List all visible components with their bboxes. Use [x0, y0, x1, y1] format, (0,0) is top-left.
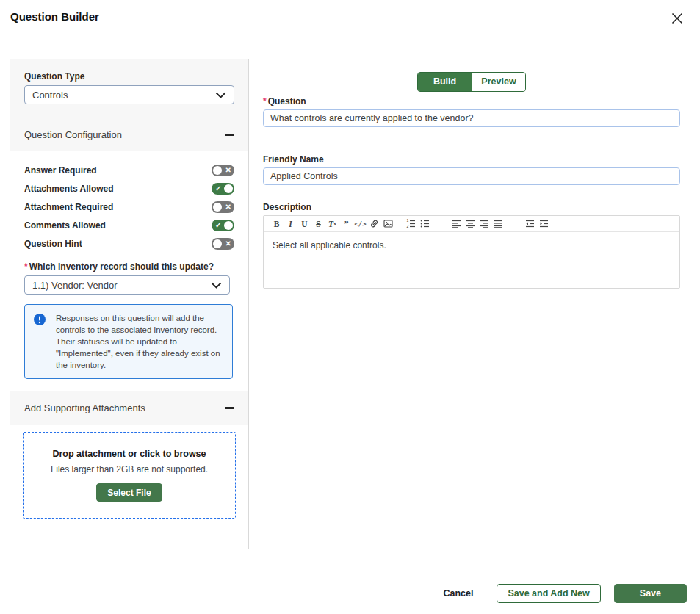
image-icon[interactable]	[381, 217, 395, 231]
align-left-icon[interactable]	[450, 217, 463, 231]
toggle-knob	[213, 203, 222, 212]
check-icon: ✓	[215, 184, 221, 194]
description-editor: B I U S Tx ” </> 12	[263, 215, 680, 289]
svg-text:2: 2	[407, 224, 409, 228]
add-supporting-attachments-title: Add Supporting Attachments	[24, 402, 145, 413]
info-note-text: Responses on this question will add the …	[56, 312, 223, 371]
required-asterisk: *	[263, 96, 267, 106]
x-icon: ✕	[225, 165, 231, 176]
add-supporting-attachments-header[interactable]: Add Supporting Attachments	[10, 391, 248, 425]
required-asterisk: *	[24, 261, 28, 272]
toggle-row: Attachments Allowed ✓ ✕	[24, 183, 234, 195]
panel-divider	[248, 59, 249, 549]
x-icon: ✕	[225, 239, 231, 249]
collapse-section-icon	[225, 407, 234, 409]
main-panel: Build Preview *Question Friendly Name De…	[263, 72, 680, 289]
info-box: Responses on this question will add the …	[24, 304, 233, 379]
question-label: *Question	[263, 96, 680, 106]
svg-text:1: 1	[407, 219, 409, 223]
attachments-allowed-toggle[interactable]: ✓ ✕	[212, 183, 234, 195]
toggle-knob	[224, 221, 233, 230]
italic-icon[interactable]: I	[284, 217, 297, 231]
x-icon: ✕	[225, 202, 231, 212]
code-icon[interactable]: </>	[353, 217, 367, 231]
strikethrough-icon[interactable]: S	[311, 217, 325, 231]
question-hint-toggle[interactable]: ✓ ✕	[212, 238, 234, 250]
close-icon	[671, 16, 684, 27]
attachment-required-label: Attachment Required	[24, 202, 113, 212]
attachments-allowed-label: Attachments Allowed	[24, 184, 114, 194]
comments-allowed-label: Comments Allowed	[24, 220, 106, 231]
question-type-value: Controls	[32, 90, 68, 101]
dropzone-subtitle: Files larger than 2GB are not supported.	[51, 464, 208, 474]
attachment-dropzone[interactable]: Drop attachment or click to browse Files…	[23, 432, 236, 519]
friendly-name-label: Friendly Name	[263, 154, 680, 165]
question-configuration-body: Answer Required ✓ ✕ Attachments Allowed …	[10, 151, 248, 379]
footer-actions: Cancel Save and Add New Save	[433, 584, 687, 603]
outdent-icon[interactable]	[523, 217, 537, 231]
align-center-icon[interactable]	[463, 217, 477, 231]
align-justify-icon[interactable]	[491, 217, 505, 231]
toggle-row: Question Hint ✓ ✕	[24, 238, 234, 250]
clear-format-icon[interactable]: Tx	[325, 217, 339, 231]
attachment-required-toggle[interactable]: ✓ ✕	[212, 201, 234, 213]
bold-icon[interactable]: B	[270, 217, 284, 231]
toggle-row: Answer Required ✓ ✕	[24, 165, 234, 176]
question-hint-label: Question Hint	[24, 239, 82, 249]
bullet-list-icon[interactable]	[418, 217, 432, 231]
info-icon	[34, 314, 46, 371]
ordered-list-icon[interactable]: 12	[404, 217, 418, 231]
question-configuration-header[interactable]: Question Configuration	[10, 118, 248, 151]
toggle-knob	[213, 166, 222, 175]
toggle-row: Attachment Required ✓ ✕	[24, 201, 234, 213]
page-title: Question Builder	[10, 10, 99, 23]
link-icon[interactable]	[367, 217, 381, 231]
toggle-knob	[213, 239, 222, 248]
save-and-add-new-button[interactable]: Save and Add New	[497, 584, 600, 603]
tab-build[interactable]: Build	[418, 73, 472, 91]
build-preview-tabs: Build Preview	[417, 72, 526, 92]
friendly-name-input[interactable]	[263, 167, 680, 185]
inventory-record-label: *Which inventory record should this upda…	[24, 261, 234, 272]
dropzone-title: Drop attachment or click to browse	[52, 449, 206, 459]
rich-text-toolbar: B I U S Tx ” </> 12	[264, 216, 679, 232]
question-input[interactable]	[263, 109, 680, 127]
close-button[interactable]	[669, 11, 685, 27]
question-type-select[interactable]: Controls	[24, 85, 234, 104]
cancel-button[interactable]: Cancel	[433, 584, 483, 603]
comments-allowed-toggle[interactable]: ✓ ✕	[212, 220, 234, 231]
answer-required-toggle[interactable]: ✓ ✕	[212, 165, 234, 176]
question-builder-modal: Question Builder Question Type Controls …	[0, 0, 700, 614]
answer-required-label: Answer Required	[24, 165, 97, 176]
chevron-down-icon	[215, 90, 226, 101]
sidebar: Question Type Controls Question Configur…	[10, 59, 248, 519]
save-button[interactable]: Save	[614, 584, 687, 603]
attachments-body: Drop attachment or click to browse Files…	[10, 425, 248, 519]
toggle-row: Comments Allowed ✓ ✕	[24, 220, 234, 231]
inventory-record-value: 1.1) Vendor: Vendor	[32, 280, 118, 291]
description-text[interactable]: Select all applicable controls.	[264, 232, 679, 259]
indent-icon[interactable]	[537, 217, 551, 231]
tab-preview[interactable]: Preview	[472, 73, 525, 91]
inventory-record-select[interactable]: 1.1) Vendor: Vendor	[24, 275, 230, 295]
question-type-section: Question Type Controls	[10, 59, 248, 118]
select-file-button[interactable]: Select File	[96, 483, 162, 502]
underline-icon[interactable]: U	[297, 217, 311, 231]
check-icon: ✓	[215, 220, 221, 231]
blockquote-icon[interactable]: ”	[339, 217, 353, 231]
toggle-knob	[224, 184, 233, 193]
chevron-down-icon	[211, 280, 222, 291]
collapse-section-icon	[225, 134, 234, 136]
question-configuration-title: Question Configuration	[24, 129, 122, 140]
align-right-icon[interactable]	[477, 217, 491, 231]
question-type-label: Question Type	[24, 71, 234, 82]
description-label: Description	[263, 202, 680, 212]
